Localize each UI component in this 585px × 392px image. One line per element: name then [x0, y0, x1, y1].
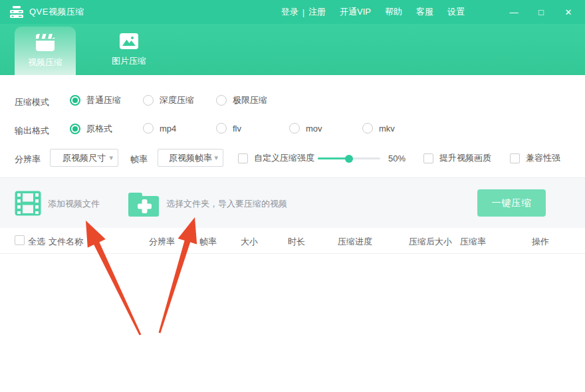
register-link[interactable]: 注册	[308, 6, 326, 18]
radio-label: 普通压缩	[86, 94, 121, 106]
radio-label: mkv	[379, 124, 395, 134]
checkbox-icon	[423, 153, 433, 163]
checkbox-icon	[238, 153, 248, 163]
radio-label: mp4	[160, 124, 176, 134]
radio-format-flv[interactable]: flv	[216, 123, 241, 134]
radio-label: flv	[233, 124, 241, 134]
radio-format-mkv[interactable]: mkv	[362, 123, 395, 134]
checkbox-label: 兼容性强	[526, 152, 560, 164]
vip-link[interactable]: 开通VIP	[340, 6, 371, 18]
compress-mode-row: 压缩模式 普通压缩 深度压缩 极限压缩	[0, 92, 585, 112]
advanced-options-row: 分辨率 原视频尺寸 ▾ 帧率 原视频帧率 ▾ 自定义压缩强度 50% 提升视频画…	[0, 149, 585, 169]
resolution-select[interactable]: 原视频尺寸 ▾	[50, 149, 118, 167]
checkbox-label: 提升视频画质	[439, 152, 491, 164]
radio-on-icon	[70, 124, 80, 134]
framerate-value: 原视频帧率	[169, 152, 212, 164]
app-title: QVE视频压缩	[29, 6, 84, 18]
radio-format-mp4[interactable]: mp4	[143, 123, 176, 134]
compat-checkbox[interactable]: 兼容性强	[510, 152, 560, 164]
quality-checkbox[interactable]: 提升视频画质	[423, 152, 491, 164]
radio-label: 极限压缩	[233, 94, 267, 106]
film-strip-icon[interactable]	[15, 191, 41, 216]
radio-on-icon	[70, 95, 80, 106]
main-content: 压缩模式 普通压缩 深度压缩 极限压缩 输出格式 原格式 m	[0, 75, 585, 392]
resolution-value: 原视频尺寸	[62, 152, 106, 164]
tab-video-compress[interactable]: 视频压缩	[15, 27, 76, 75]
col-ratio: 压缩率	[460, 236, 486, 248]
col-progress: 压缩进度	[338, 236, 372, 248]
tabbar: 视频压缩 图片压缩	[0, 24, 585, 75]
radio-off-icon	[216, 95, 227, 106]
add-folder-button[interactable]	[128, 189, 161, 217]
col-size: 大小	[241, 236, 258, 248]
output-format-label: 输出格式	[15, 125, 49, 137]
custom-strength-checkbox[interactable]: 自定义压缩强度	[238, 152, 314, 164]
login-link[interactable]: 登录	[281, 6, 298, 18]
tab-video-label: 视频压缩	[28, 56, 62, 68]
col-framerate: 帧率	[199, 236, 217, 248]
output-format-row: 输出格式 原格式 mp4 flv mov mkv	[0, 120, 585, 140]
radio-off-icon	[289, 123, 300, 134]
add-video-files-button[interactable]: 添加视频文件	[48, 198, 100, 210]
slider-thumb[interactable]	[345, 155, 353, 163]
radio-label: 深度压缩	[160, 94, 194, 106]
minimize-icon[interactable]: —	[509, 7, 519, 17]
col-operation: 操作	[532, 236, 549, 248]
chevron-down-icon: ▾	[214, 153, 218, 162]
window-controls: — □ ✕	[491, 7, 573, 17]
select-all-checkbox[interactable]	[15, 235, 25, 245]
strength-percent: 50%	[388, 153, 406, 163]
col-resolution: 分辨率	[149, 236, 175, 248]
radio-format-mov[interactable]: mov	[289, 123, 322, 134]
close-icon[interactable]: ✕	[564, 7, 573, 17]
titlebar-menu: 登录 | 注册 开通VIP 帮助 客服 设置	[267, 6, 465, 18]
compress-mode-label: 压缩模式	[15, 96, 49, 108]
radio-off-icon	[143, 95, 154, 106]
radio-label: 原格式	[86, 123, 112, 135]
titlebar: QVE视频压缩 登录 | 注册 开通VIP 帮助 客服 设置 — □ ✕	[0, 0, 585, 24]
radio-label: mov	[306, 124, 322, 134]
settings-link[interactable]: 设置	[447, 6, 465, 18]
tab-image-label: 图片压缩	[112, 55, 146, 67]
login-register-separator: |	[302, 7, 304, 17]
radio-extreme-compress[interactable]: 极限压缩	[216, 94, 267, 106]
checkbox-label: 自定义压缩强度	[254, 152, 314, 164]
action-strip: 添加视频文件 选择文件夹，导入要压缩的视频 一键压缩	[0, 178, 585, 228]
clapperboard-icon	[35, 33, 55, 52]
radio-format-original[interactable]: 原格式	[70, 123, 112, 135]
slider-fill	[318, 157, 349, 159]
resolution-label: 分辨率	[15, 153, 41, 165]
one-click-compress-button[interactable]: 一键压缩	[477, 189, 546, 217]
radio-normal-compress[interactable]: 普通压缩	[70, 94, 121, 106]
radio-deep-compress[interactable]: 深度压缩	[143, 94, 194, 106]
framerate-label: 帧率	[130, 153, 148, 165]
radio-off-icon	[362, 123, 373, 134]
select-all-label: 全选	[28, 236, 45, 248]
image-icon	[119, 32, 139, 50]
select-folder-hint[interactable]: 选择文件夹，导入要压缩的视频	[166, 198, 287, 210]
radio-off-icon	[216, 123, 227, 134]
maximize-icon[interactable]: □	[536, 7, 546, 17]
chevron-down-icon: ▾	[109, 153, 113, 162]
col-duration: 时长	[288, 236, 305, 248]
strength-slider[interactable]	[318, 157, 380, 159]
radio-off-icon	[143, 123, 154, 134]
file-table-header: 全选 文件名称 分辨率 帧率 大小 时长 压缩进度 压缩后大小 压缩率 操作	[0, 228, 585, 254]
app-window: QVE视频压缩 登录 | 注册 开通VIP 帮助 客服 设置 — □ ✕	[0, 0, 585, 392]
support-link[interactable]: 客服	[416, 6, 433, 18]
checkbox-icon	[510, 153, 520, 163]
col-compressed-size: 压缩后大小	[409, 236, 452, 248]
col-filename: 文件名称	[49, 236, 83, 248]
help-link[interactable]: 帮助	[385, 6, 402, 18]
framerate-select[interactable]: 原视频帧率 ▾	[158, 149, 223, 167]
app-logo-icon	[9, 5, 24, 19]
tab-image-compress[interactable]: 图片压缩	[98, 24, 160, 75]
